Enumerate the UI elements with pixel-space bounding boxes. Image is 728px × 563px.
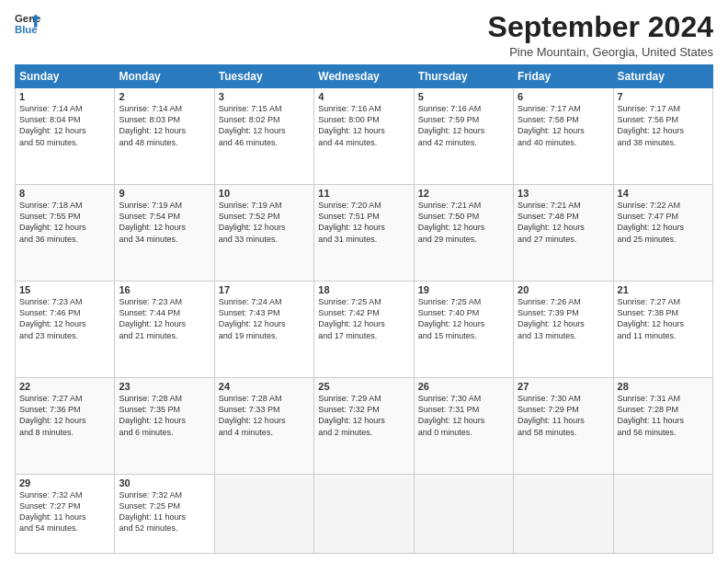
col-tuesday: Tuesday — [214, 65, 313, 88]
day-info: Sunrise: 7:14 AM Sunset: 8:03 PM Dayligh… — [119, 103, 210, 148]
day-number: 23 — [119, 381, 210, 392]
day-info: Sunrise: 7:16 AM Sunset: 7:59 PM Dayligh… — [418, 103, 509, 148]
day-info: Sunrise: 7:22 AM Sunset: 7:47 PM Dayligh… — [618, 200, 709, 245]
table-row: 22Sunrise: 7:27 AM Sunset: 7:36 PM Dayli… — [16, 378, 115, 475]
day-number: 26 — [418, 381, 509, 392]
day-info: Sunrise: 7:17 AM Sunset: 7:58 PM Dayligh… — [518, 103, 609, 148]
day-number: 27 — [518, 381, 609, 392]
col-saturday: Saturday — [613, 65, 712, 88]
day-number: 11 — [318, 188, 409, 199]
table-row: 8Sunrise: 7:18 AM Sunset: 7:55 PM Daylig… — [16, 185, 115, 282]
calendar-week-row: 15Sunrise: 7:23 AM Sunset: 7:46 PM Dayli… — [16, 282, 713, 378]
table-row: 28Sunrise: 7:31 AM Sunset: 7:28 PM Dayli… — [613, 378, 712, 475]
day-info: Sunrise: 7:27 AM Sunset: 7:38 PM Dayligh… — [618, 296, 709, 341]
table-row: 6Sunrise: 7:17 AM Sunset: 7:58 PM Daylig… — [514, 88, 613, 185]
day-number: 1 — [19, 91, 110, 102]
day-number: 17 — [219, 284, 310, 295]
day-number: 24 — [219, 381, 310, 392]
table-row: 4Sunrise: 7:16 AM Sunset: 8:00 PM Daylig… — [314, 88, 414, 185]
day-number: 4 — [318, 91, 409, 102]
table-row: 25Sunrise: 7:29 AM Sunset: 7:32 PM Dayli… — [314, 378, 414, 475]
day-number: 5 — [418, 91, 509, 102]
calendar-week-row: 1Sunrise: 7:14 AM Sunset: 8:04 PM Daylig… — [16, 88, 713, 185]
day-info: Sunrise: 7:28 AM Sunset: 7:33 PM Dayligh… — [219, 393, 310, 438]
day-number: 25 — [318, 381, 409, 392]
table-row: 10Sunrise: 7:19 AM Sunset: 7:52 PM Dayli… — [214, 185, 313, 282]
calendar-week-row: 8Sunrise: 7:18 AM Sunset: 7:55 PM Daylig… — [16, 185, 713, 282]
day-info: Sunrise: 7:27 AM Sunset: 7:36 PM Dayligh… — [19, 393, 110, 438]
table-row: 26Sunrise: 7:30 AM Sunset: 7:31 PM Dayli… — [414, 378, 513, 475]
location: Pine Mountain, Georgia, United States — [488, 45, 713, 59]
table-row — [314, 475, 414, 554]
day-number: 6 — [518, 91, 609, 102]
day-info: Sunrise: 7:15 AM Sunset: 8:02 PM Dayligh… — [219, 103, 310, 148]
day-info: Sunrise: 7:24 AM Sunset: 7:43 PM Dayligh… — [219, 296, 310, 341]
day-info: Sunrise: 7:18 AM Sunset: 7:55 PM Dayligh… — [19, 200, 110, 245]
month-title: September 2024 — [488, 11, 713, 43]
day-number: 10 — [219, 188, 310, 199]
day-number: 14 — [618, 188, 709, 199]
table-row — [613, 475, 712, 554]
table-row: 18Sunrise: 7:25 AM Sunset: 7:42 PM Dayli… — [314, 282, 414, 378]
table-row: 1Sunrise: 7:14 AM Sunset: 8:04 PM Daylig… — [16, 88, 115, 185]
table-row: 17Sunrise: 7:24 AM Sunset: 7:43 PM Dayli… — [214, 282, 313, 378]
table-row: 16Sunrise: 7:23 AM Sunset: 7:44 PM Dayli… — [115, 282, 214, 378]
calendar-week-row: 29Sunrise: 7:32 AM Sunset: 7:27 PM Dayli… — [16, 475, 713, 554]
logo: General Blue General Blue — [15, 11, 40, 37]
table-row: 24Sunrise: 7:28 AM Sunset: 7:33 PM Dayli… — [214, 378, 313, 475]
table-row: 11Sunrise: 7:20 AM Sunset: 7:51 PM Dayli… — [314, 185, 414, 282]
day-number: 21 — [618, 284, 709, 295]
table-row: 5Sunrise: 7:16 AM Sunset: 7:59 PM Daylig… — [414, 88, 513, 185]
day-number: 19 — [418, 284, 509, 295]
header: General Blue General Blue September 2024… — [15, 11, 713, 59]
table-row: 23Sunrise: 7:28 AM Sunset: 7:35 PM Dayli… — [115, 378, 214, 475]
day-number: 3 — [219, 91, 310, 102]
day-info: Sunrise: 7:29 AM Sunset: 7:32 PM Dayligh… — [318, 393, 409, 438]
calendar-header-row: Sunday Monday Tuesday Wednesday Thursday… — [16, 65, 713, 88]
day-info: Sunrise: 7:32 AM Sunset: 7:27 PM Dayligh… — [19, 489, 110, 534]
page: General Blue General Blue September 2024… — [0, 0, 728, 563]
table-row: 9Sunrise: 7:19 AM Sunset: 7:54 PM Daylig… — [115, 185, 214, 282]
calendar-week-row: 22Sunrise: 7:27 AM Sunset: 7:36 PM Dayli… — [16, 378, 713, 475]
day-info: Sunrise: 7:21 AM Sunset: 7:48 PM Dayligh… — [518, 200, 609, 245]
day-number: 12 — [418, 188, 509, 199]
table-row: 7Sunrise: 7:17 AM Sunset: 7:56 PM Daylig… — [613, 88, 712, 185]
day-number: 30 — [119, 477, 210, 488]
day-number: 13 — [518, 188, 609, 199]
day-number: 20 — [518, 284, 609, 295]
day-info: Sunrise: 7:17 AM Sunset: 7:56 PM Dayligh… — [618, 103, 709, 148]
day-info: Sunrise: 7:14 AM Sunset: 8:04 PM Dayligh… — [19, 103, 110, 148]
day-info: Sunrise: 7:25 AM Sunset: 7:40 PM Dayligh… — [418, 296, 509, 341]
day-number: 28 — [618, 381, 709, 392]
day-number: 29 — [19, 477, 110, 488]
table-row: 20Sunrise: 7:26 AM Sunset: 7:39 PM Dayli… — [514, 282, 613, 378]
day-info: Sunrise: 7:19 AM Sunset: 7:54 PM Dayligh… — [119, 200, 210, 245]
day-info: Sunrise: 7:16 AM Sunset: 8:00 PM Dayligh… — [318, 103, 409, 148]
title-area: September 2024 Pine Mountain, Georgia, U… — [488, 11, 713, 59]
table-row — [514, 475, 613, 554]
day-info: Sunrise: 7:23 AM Sunset: 7:44 PM Dayligh… — [119, 296, 210, 341]
table-row: 3Sunrise: 7:15 AM Sunset: 8:02 PM Daylig… — [214, 88, 313, 185]
col-wednesday: Wednesday — [314, 65, 414, 88]
day-info: Sunrise: 7:30 AM Sunset: 7:31 PM Dayligh… — [418, 393, 509, 438]
table-row: 15Sunrise: 7:23 AM Sunset: 7:46 PM Dayli… — [16, 282, 115, 378]
day-info: Sunrise: 7:19 AM Sunset: 7:52 PM Dayligh… — [219, 200, 310, 245]
day-info: Sunrise: 7:26 AM Sunset: 7:39 PM Dayligh… — [518, 296, 609, 341]
table-row: 2Sunrise: 7:14 AM Sunset: 8:03 PM Daylig… — [115, 88, 214, 185]
day-number: 18 — [318, 284, 409, 295]
table-row: 30Sunrise: 7:32 AM Sunset: 7:25 PM Dayli… — [115, 475, 214, 554]
day-info: Sunrise: 7:31 AM Sunset: 7:28 PM Dayligh… — [618, 393, 709, 438]
table-row: 27Sunrise: 7:30 AM Sunset: 7:29 PM Dayli… — [514, 378, 613, 475]
svg-text:Blue: Blue — [15, 24, 38, 35]
table-row — [414, 475, 513, 554]
table-row — [214, 475, 313, 554]
day-number: 2 — [119, 91, 210, 102]
day-info: Sunrise: 7:20 AM Sunset: 7:51 PM Dayligh… — [318, 200, 409, 245]
day-info: Sunrise: 7:21 AM Sunset: 7:50 PM Dayligh… — [418, 200, 509, 245]
day-info: Sunrise: 7:25 AM Sunset: 7:42 PM Dayligh… — [318, 296, 409, 341]
table-row: 12Sunrise: 7:21 AM Sunset: 7:50 PM Dayli… — [414, 185, 513, 282]
col-thursday: Thursday — [414, 65, 513, 88]
col-friday: Friday — [514, 65, 613, 88]
table-row: 14Sunrise: 7:22 AM Sunset: 7:47 PM Dayli… — [613, 185, 712, 282]
logo-icon: General Blue — [15, 11, 40, 37]
